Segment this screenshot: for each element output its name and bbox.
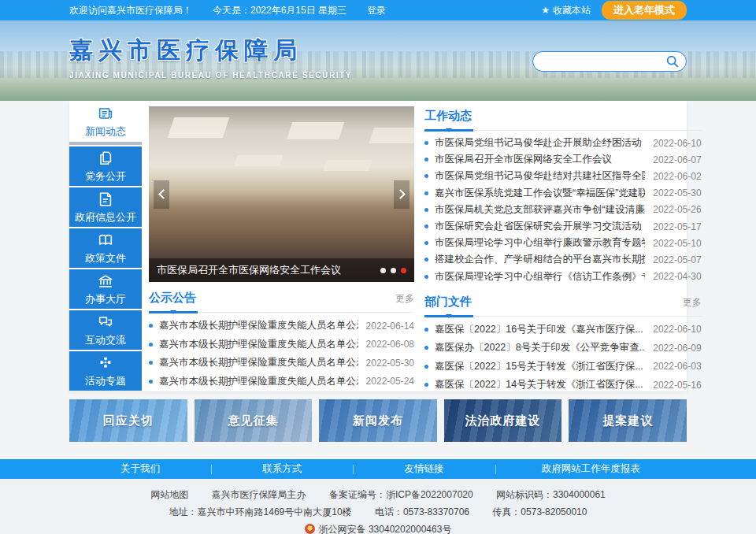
banner-news-release[interactable]: 新闻发布 [319, 399, 437, 442]
sidebar-item-activities[interactable]: 活动专题 [69, 351, 142, 391]
list-item[interactable]: 市医保局理论学习中心组举行廉政警示教育专题学习...2022-05-10 [424, 235, 702, 251]
dept-docs-title: 部门文件 [424, 295, 472, 310]
sidebar-item-label: 活动专题 [85, 374, 126, 388]
bullet-icon [424, 174, 428, 178]
address-text: 地址：嘉兴市中环南路1469号中南大厦10楼 [169, 506, 352, 517]
list-item[interactable]: 市医保局机关党总支部获评嘉兴市争创“建设清廉机...2022-05-26 [424, 202, 702, 218]
banner-law-government[interactable]: 法治政府建设 [444, 399, 562, 442]
notices-section: 公示公告 更多 嘉兴市本级长期护理保险重度失能人员名单公示（2...2022-0… [149, 291, 414, 391]
favorite-site-button[interactable]: ★ 收藏本站 [541, 4, 591, 17]
list-item[interactable]: 嘉兴市本级长期护理保险重度失能人员名单公示（2...2022-05-24 [149, 373, 414, 391]
sidebar-item-label: 新闻动态 [85, 124, 126, 139]
bullet-icon [424, 191, 428, 195]
site-code-text: 网站标识码：3304000061 [496, 489, 606, 500]
pages-icon [97, 150, 114, 167]
list-item[interactable]: 嘉兴市本级长期护理保险重度失能人员名单公示（2...2022-05-30 [149, 354, 414, 373]
favorite-label: 收藏本站 [553, 4, 591, 17]
carousel-caption-bar: 市医保局召开全市医保网络安全工作会议 [149, 258, 414, 282]
sidebar-item-gov-info[interactable]: 政府信息公开 [69, 187, 142, 227]
bullet-icon [424, 346, 428, 350]
list-item[interactable]: 嘉医保办〔2022〕8号关于印发《公平竞争审查...2022-06-09 [424, 339, 702, 358]
footer-link-contact[interactable]: 联系方式 [211, 462, 353, 476]
welcome-text: 欢迎访问嘉兴市医疗保障局！ [69, 4, 192, 17]
list-item[interactable]: 市医保研究会赴省医保研究会开展学习交流活动2022-05-17 [424, 218, 702, 235]
site-logo: 嘉兴市医疗保障局 JIAXING MUNICIPAL BUREAU OF HEA… [69, 35, 352, 80]
sidebar-item-party-affairs[interactable]: 党务公开 [69, 146, 142, 186]
carousel-dot-active[interactable] [401, 268, 406, 273]
bullet-icon [149, 324, 153, 328]
carousel-dot[interactable] [380, 268, 386, 273]
list-item[interactable]: 嘉医保〔2022〕14号关于转发《浙江省医疗保...2022-05-16 [424, 376, 702, 395]
star-icon: ★ [541, 6, 550, 15]
list-item[interactable]: 嘉兴市医保系统党建工作会议暨“幸福医保”党建联...2022-05-30 [424, 185, 702, 202]
list-item[interactable]: 嘉医保〔2022〕16号关于印发《嘉兴市医疗保...2022-06-10 [424, 321, 702, 339]
carousel-caption: 市医保局召开全市医保网络安全工作会议 [157, 263, 380, 277]
list-item[interactable]: 市医保局党组书记马俊华赴结对共建社区指导全国文...2022-06-02 [424, 168, 702, 184]
site-subtitle: JIAXING MUNICIPAL BUREAU OF HEALTHCARE S… [69, 71, 352, 80]
carousel-next-icon[interactable] [394, 180, 410, 209]
footer-link-friend-links[interactable]: 友情链接 [353, 462, 495, 476]
banner-proposals[interactable]: 提案建议 [569, 399, 687, 442]
top-utility-bar: 欢迎访问嘉兴市医疗保障局！ 今天是：2022年6月15日 星期三 登录 ★ 收藏… [0, 0, 756, 20]
dept-docs-more-link[interactable]: 更多 [683, 296, 702, 310]
list-item[interactable]: 市医保局理论学习中心组举行《信访工作条例》专题...2022-04-30 [424, 269, 702, 285]
main-content-card: 新闻动态 党务公开 政府信息公开 [69, 101, 687, 391]
footer-link-about[interactable]: 关于我们 [69, 462, 211, 476]
list-item[interactable]: 市医保局召开全市医保网络安全工作会议2022-06-07 [424, 151, 702, 168]
sidebar-divider [69, 142, 142, 145]
bullet-icon [424, 241, 428, 245]
newspaper-icon [97, 105, 114, 122]
bullet-icon [149, 343, 153, 347]
news-carousel[interactable]: 市医保局召开全市医保网络安全工作会议 [149, 106, 414, 282]
search-box[interactable] [532, 51, 687, 72]
notices-more-link[interactable]: 更多 [395, 292, 414, 306]
fax-text: 传真：0573-82050010 [492, 506, 587, 517]
search-input[interactable] [543, 56, 665, 67]
work-news-title: 工作动态 [424, 109, 472, 124]
bullet-icon [424, 365, 428, 369]
sidebar-item-service-hall[interactable]: 办事大厅 [69, 269, 142, 309]
site-header-banner: 嘉兴市医疗保障局 JIAXING MUNICIPAL BUREAU OF HEA… [0, 20, 756, 101]
sidebar-item-label: 党务公开 [85, 169, 126, 184]
chat-icon [97, 313, 114, 331]
sidebar-item-label: 政府信息公开 [75, 210, 136, 224]
dept-docs-section: 部门文件 更多 嘉医保〔2022〕16号关于印发《嘉兴市医疗保...2022-0… [424, 295, 702, 395]
banner-opinion-collection[interactable]: 意见征集 [195, 399, 313, 442]
sidebar-item-policy-files[interactable]: 政策文件 [69, 228, 142, 268]
list-item[interactable]: 搭建校企合作、产学研相结合的平台嘉兴市长期护理...2022-05-07 [424, 251, 702, 268]
login-link[interactable]: 登录 [367, 4, 386, 17]
puzzle-icon [97, 354, 114, 372]
search-icon[interactable] [665, 54, 680, 69]
carousel-prev-icon[interactable] [154, 180, 169, 209]
sidebar-item-news[interactable]: 新闻动态 [69, 101, 142, 142]
list-item[interactable]: 市医保局党组书记马俊华赴企开展助企纾困活动2022-06-10 [424, 135, 702, 151]
list-item[interactable]: 嘉医保〔2022〕15号关于转发《浙江省医疗保...2022-06-03 [424, 358, 702, 376]
organizer-text: 嘉兴市医疗保障局主办 [212, 489, 306, 500]
bullet-icon [149, 380, 153, 384]
bullet-icon [149, 361, 153, 365]
footer-info: 网站地图 嘉兴市医疗保障局主办 备案证编号：浙ICP备2022007020 网站… [0, 479, 756, 534]
sidebar-item-label: 办事大厅 [85, 292, 126, 306]
list-item[interactable]: 嘉兴市本级长期护理保险重度失能人员名单公示（2...2022-06-14 [149, 317, 414, 336]
phone-text: 电话：0573-83370706 [375, 506, 469, 517]
bullet-icon [424, 208, 428, 212]
bullet-icon [424, 224, 428, 228]
bullet-icon [424, 275, 428, 279]
document-icon [97, 191, 114, 208]
carousel-dot[interactable] [391, 268, 396, 273]
elder-mode-button[interactable]: 进入老年模式 [602, 1, 687, 20]
icp-text: 备案证编号：浙ICP备2022007020 [329, 489, 473, 500]
sidebar-item-interaction[interactable]: 互动交流 [69, 310, 142, 350]
bullet-icon [424, 383, 428, 387]
footer-link-annual-report[interactable]: 政府网站工作年度报表 [495, 462, 687, 476]
carousel-dots [380, 268, 406, 273]
shortcut-banners: 回应关切 意见征集 新闻发布 法治政府建设 提案建议 [69, 399, 687, 442]
banner-respond-concerns[interactable]: 回应关切 [69, 399, 187, 442]
bank-icon [97, 273, 114, 290]
sitemap-link[interactable]: 网站地图 [150, 489, 188, 500]
security-record-link[interactable]: 浙公网安备 33040202000463号 [319, 524, 452, 534]
bullet-icon [424, 328, 428, 332]
sidebar-item-label: 政策文件 [85, 251, 126, 265]
list-item[interactable]: 嘉兴市本级长期护理保险重度失能人员名单公示（2...2022-06-08 [149, 336, 414, 354]
bullet-icon [424, 158, 428, 161]
